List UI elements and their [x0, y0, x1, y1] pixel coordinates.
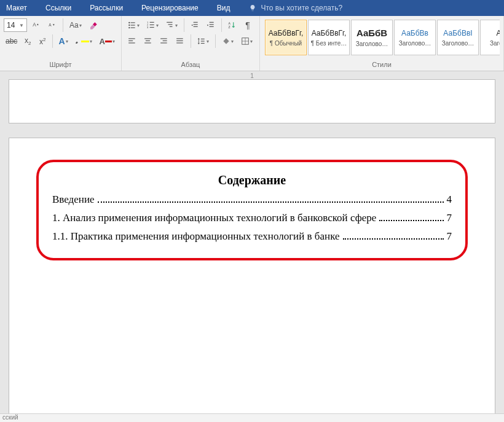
style-label: ¶ Обычный: [267, 40, 305, 47]
toc-entry-1: 1. Анализ применения информационных техн…: [52, 212, 452, 224]
menu-layout[interactable]: Макет: [6, 4, 27, 12]
svg-rect-38: [176, 42, 183, 43]
svg-text:A: A: [33, 22, 36, 28]
show-marks-button[interactable]: ¶: [242, 18, 254, 32]
align-right-button[interactable]: [157, 34, 171, 48]
ribbon-group-font: 14 ▼ A▲ A▼ Aa▾ abc x2: [0, 16, 122, 71]
bullets-button[interactable]: ▾: [125, 18, 142, 32]
justify-button[interactable]: [173, 34, 187, 48]
svg-rect-35: [160, 42, 167, 43]
menu-view[interactable]: Вид: [217, 4, 230, 12]
style-label: Заголово…: [439, 40, 477, 47]
svg-rect-18: [170, 26, 173, 27]
svg-rect-16: [167, 22, 172, 23]
svg-rect-21: [194, 26, 198, 27]
separator: [215, 34, 216, 48]
toc-entry-text: Введение: [52, 193, 96, 206]
page-previous-bottom[interactable]: [9, 80, 495, 123]
style-tile-2[interactable]: АаБбВЗаголово…: [351, 20, 393, 55]
svg-rect-32: [144, 42, 151, 43]
toc-entry-text: 1.1. Практика применения информационных …: [52, 230, 342, 243]
toc-entry-text: 1. Анализ применения информационных техн…: [52, 212, 378, 224]
font-color-button[interactable]: A ▾: [97, 34, 117, 48]
svg-rect-31: [146, 41, 150, 41]
increase-indent-button[interactable]: [204, 18, 218, 32]
svg-rect-40: [201, 41, 205, 41]
svg-rect-19: [194, 22, 198, 23]
menu-references[interactable]: Ссылки: [45, 4, 71, 12]
ribbon-group-paragraph: ▾ 123▾ ▾ AZ ¶: [122, 16, 260, 71]
toc-entry-page: 4: [445, 193, 452, 206]
styles-group-label: Стили: [264, 61, 500, 69]
style-tile-3[interactable]: АаБбВвЗаголово…: [394, 20, 436, 55]
font-size-value: 14: [7, 21, 15, 29]
paragraph-group-label: Абзац: [125, 61, 256, 69]
shading-button[interactable]: ▾: [219, 34, 236, 48]
align-left-button[interactable]: [125, 34, 139, 48]
svg-text:A: A: [49, 23, 52, 27]
style-tile-0[interactable]: АаБбВвГг,¶ Обычный: [265, 20, 307, 55]
align-center-button[interactable]: [141, 34, 155, 48]
svg-rect-13: [150, 25, 154, 25]
subscript-button[interactable]: x2: [22, 34, 34, 48]
horizontal-ruler: 1: [0, 72, 504, 81]
svg-rect-41: [201, 43, 205, 44]
grow-font-button[interactable]: A▲: [30, 18, 43, 32]
style-sample: АаБбВвI: [443, 29, 472, 37]
sort-button[interactable]: AZ: [226, 18, 239, 32]
style-sample: АаБбВвГг,: [269, 29, 304, 37]
highlight-button[interactable]: ▾: [73, 34, 95, 48]
svg-rect-36: [176, 38, 183, 39]
toc-entry-page: 7: [445, 212, 452, 224]
style-label: Заголово…: [353, 41, 391, 47]
highlight-color-swatch: [81, 41, 89, 42]
svg-rect-29: [128, 42, 135, 43]
tell-me-search[interactable]: Что вы хотите сделать?: [248, 4, 342, 12]
multilevel-list-button[interactable]: ▾: [163, 18, 180, 32]
svg-rect-17: [168, 24, 173, 25]
separator: [52, 34, 53, 48]
style-label: Загол…: [482, 40, 500, 47]
shrink-font-button[interactable]: A▼: [45, 18, 59, 32]
style-tile-5[interactable]: АаЗагол…: [480, 20, 500, 55]
menu-bar: Макет Ссылки Рассылки Рецензирование Вид…: [0, 0, 504, 16]
toc-entry-2: 1.1. Практика применения информационных …: [52, 230, 452, 243]
text-effects-button[interactable]: A▾: [57, 34, 70, 48]
line-spacing-button[interactable]: ▾: [195, 34, 211, 48]
svg-point-4: [128, 22, 130, 23]
numbering-button[interactable]: 123▾: [144, 18, 161, 32]
styles-gallery[interactable]: АаБбВвГг,¶ ОбычныйАаБбВвГг,¶ Без инте…Аа…: [264, 18, 500, 55]
style-tile-4[interactable]: АаБбВвIЗаголово…: [437, 20, 479, 55]
style-tile-1[interactable]: АаБбВвГг,¶ Без инте…: [308, 20, 350, 55]
borders-button[interactable]: ▾: [238, 34, 255, 48]
svg-rect-39: [201, 39, 205, 39]
svg-text:▼: ▼: [52, 23, 55, 26]
svg-rect-9: [131, 28, 135, 28]
svg-text:Z: Z: [229, 25, 231, 29]
toc-highlight-callout: Содержание Введение41. Анализ применения…: [36, 160, 468, 260]
strikethrough-button[interactable]: abc: [4, 34, 19, 48]
chevron-down-icon: ▼: [19, 23, 24, 28]
menu-review[interactable]: Рецензирование: [141, 4, 199, 12]
font-size-combo[interactable]: 14 ▼: [4, 18, 27, 32]
svg-rect-37: [176, 41, 183, 41]
separator: [221, 18, 222, 32]
toc-leader-dots: [98, 201, 444, 203]
language-indicator[interactable]: сский: [2, 414, 18, 421]
svg-rect-15: [150, 27, 154, 28]
style-sample: АаБбВ: [356, 28, 387, 38]
change-case-button[interactable]: Aa▾: [67, 18, 84, 32]
style-label: Заголово…: [396, 40, 434, 47]
decrease-indent-button[interactable]: [188, 18, 202, 32]
style-label: ¶ Без инте…: [310, 40, 348, 47]
svg-point-6: [128, 25, 130, 26]
menu-mailings[interactable]: Рассылки: [90, 4, 123, 12]
clear-formatting-button[interactable]: [87, 18, 101, 32]
document-area[interactable]: 1 Содержание Введение41. Анализ применен…: [0, 71, 504, 422]
font-color-swatch: [105, 41, 112, 42]
page-number-indicator: 1: [250, 72, 254, 79]
svg-point-8: [128, 27, 130, 28]
page-main[interactable]: Содержание Введение41. Анализ применения…: [9, 138, 495, 422]
toc-leader-dots: [343, 238, 444, 240]
superscript-button[interactable]: x2: [36, 34, 49, 48]
